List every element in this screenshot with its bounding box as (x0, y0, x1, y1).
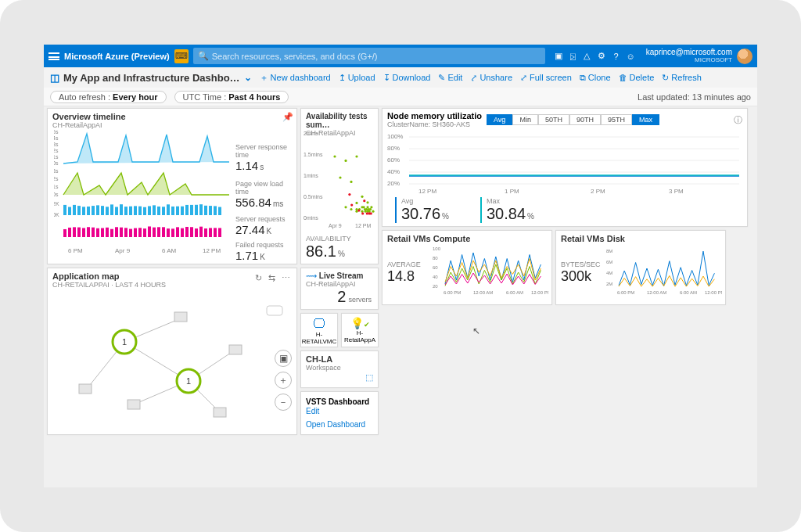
svg-text:100: 100 (433, 246, 441, 251)
delete-button[interactable]: 🗑Delete (619, 73, 655, 82)
chevron-down-icon[interactable]: ⌄ (244, 72, 252, 83)
refresh-icon[interactable]: ↻ (255, 273, 262, 283)
svg-point-116 (350, 204, 353, 207)
svg-text:1s: 1s (54, 184, 59, 189)
new-dashboard-button[interactable]: ＋New dashboard (260, 72, 331, 84)
tile-overview-timeline[interactable]: Overview timeline CH-RetailAppAI 📌 5s4s3… (47, 108, 297, 264)
svg-rect-54 (101, 228, 104, 237)
filter-bar: Auto refresh : Every hour UTC Time : Pas… (44, 88, 757, 106)
svg-text:0s: 0s (54, 192, 59, 197)
account-block[interactable]: kaprince@microsoft.com MICROSOFT (646, 49, 732, 63)
svg-text:Apr 9: Apr 9 (115, 247, 131, 254)
svg-rect-44 (214, 206, 217, 215)
live-stream-icon: ⟿ Live Stream (306, 271, 373, 280)
layout-icon[interactable]: ⇆ (268, 273, 275, 283)
tile-vsts[interactable]: VSTS Dashboard Edit Open Dashboard (300, 391, 379, 435)
svg-rect-40 (195, 205, 198, 215)
toggle-50th[interactable]: 50TH (538, 114, 569, 125)
settings-icon[interactable]: ⚙ (598, 51, 605, 61)
svg-text:80%: 80% (387, 145, 400, 152)
svg-rect-23 (115, 207, 118, 215)
tile-retail-appai[interactable]: 💡✔ H-RetailAppA (341, 313, 379, 347)
svg-text:6M: 6M (606, 260, 612, 264)
svg-point-107 (366, 201, 368, 203)
vsts-edit-link[interactable]: Edit (306, 407, 319, 415)
notifications-icon[interactable]: △ (584, 51, 590, 61)
menu-icon[interactable] (48, 52, 59, 60)
directory-icon[interactable]: ▣ (555, 51, 562, 61)
svg-rect-34 (167, 204, 170, 215)
svg-text:2mins: 2mins (304, 131, 318, 136)
fit-icon[interactable]: ▣ (275, 350, 292, 367)
clone-icon: ⧉ (580, 73, 586, 83)
filter-icon[interactable]: ⍄ (570, 52, 576, 61)
tile-ch-la[interactable]: CH-LA Workspace ⬚ (300, 350, 379, 388)
header-icons: ▣ ⍄ △ ⚙ ? ☺ (555, 51, 634, 61)
toggle-95th[interactable]: 95TH (601, 114, 632, 125)
svg-text:40: 40 (433, 275, 438, 279)
cloud-shell-icon[interactable]: ⌨ (174, 49, 189, 63)
upload-button[interactable]: ↥Upload (339, 73, 375, 83)
refresh-button[interactable]: ↻Refresh (662, 73, 702, 83)
svg-rect-16 (82, 207, 85, 215)
more-icon[interactable]: ⋯ (282, 273, 290, 283)
toggle-max[interactable]: Max (632, 114, 659, 125)
avatar[interactable] (737, 49, 753, 64)
overview-stats: Server response time 1.14s Page view loa… (235, 143, 292, 262)
svg-text:12:00 AM: 12:00 AM (473, 290, 493, 295)
tile-node-memory[interactable]: Node memory utilizatio ClusterName: SH36… (382, 108, 748, 227)
tile-title: Retail VMs Disk (556, 231, 725, 243)
edit-button[interactable]: ✎Edit (438, 73, 462, 83)
download-button[interactable]: ↧Download (383, 73, 431, 83)
fullscreen-button[interactable]: ⤢Full screen (520, 73, 572, 83)
toggle-min[interactable]: Min (512, 114, 538, 125)
unshare-button[interactable]: ⤤Unshare (470, 73, 512, 83)
help-icon[interactable]: ? (613, 52, 618, 61)
feedback-icon[interactable]: ☺ (627, 52, 635, 61)
auto-refresh-pill[interactable]: Auto refresh : Every hour (50, 91, 167, 103)
tile-title: Availability tests sum… (301, 109, 378, 129)
svg-point-115 (348, 193, 350, 196)
tile-retail-disk[interactable]: Retail VMs Disk BYTES/SEC 300k 8M6M4M2M … (555, 230, 726, 305)
svg-text:6 PM: 6 PM (68, 247, 83, 254)
svg-rect-62 (138, 228, 142, 237)
svg-rect-32 (157, 207, 160, 215)
svg-point-112 (369, 208, 372, 210)
svg-rect-75 (199, 227, 203, 237)
tile-live-stream[interactable]: ⟿ Live Stream CH-RetailAppAI 2 servers (300, 268, 379, 310)
pin-icon[interactable]: 📌 (282, 112, 293, 122)
svg-rect-19 (96, 205, 99, 215)
svg-text:2K: 2K (54, 201, 59, 207)
svg-rect-171 (229, 345, 242, 354)
svg-rect-18 (92, 206, 95, 215)
search-icon: 🔍 (198, 51, 209, 61)
zoom-out-icon[interactable]: － (275, 394, 292, 411)
svg-rect-20 (101, 206, 104, 215)
svg-text:12:00 AM: 12:00 AM (647, 290, 666, 295)
toggle-avg[interactable]: Avg (487, 114, 512, 125)
tile-retail-compute[interactable]: Retail VMs Compute AVERAGE 14.8 10080604… (382, 230, 552, 305)
svg-rect-46 (63, 229, 66, 237)
node-memory-toggle[interactable]: AvgMin50TH90TH95THMax (487, 114, 659, 125)
info-icon[interactable]: ⓘ (734, 114, 742, 126)
tile-availability[interactable]: Availability tests sum… CH-RetailAppAI 2… (300, 108, 379, 264)
clone-button[interactable]: ⧉Clone (580, 73, 611, 83)
svg-point-95 (355, 155, 357, 157)
utc-time-pill[interactable]: UTC Time : Past 4 hours (174, 91, 289, 103)
toggle-90th[interactable]: 90TH (569, 114, 601, 125)
svg-text:40%: 40% (387, 168, 400, 175)
svg-rect-172 (214, 408, 226, 417)
zoom-in-icon[interactable]: ＋ (275, 372, 292, 389)
tile-retail-vmc[interactable]: 🖵 H-RETAILVMC (300, 313, 338, 347)
tile-application-map[interactable]: Application map CH-RETAILAPPAI · LAST 4 … (47, 268, 297, 435)
svg-rect-68 (167, 228, 170, 237)
svg-rect-72 (185, 227, 189, 237)
svg-point-122 (370, 212, 372, 214)
svg-rect-52 (92, 228, 95, 237)
search-input[interactable]: 🔍 Search resources, services, and docs (… (193, 48, 546, 64)
svg-rect-38 (185, 205, 189, 215)
svg-rect-22 (110, 204, 113, 215)
vsts-open-link[interactable]: Open Dashboard (306, 420, 373, 429)
node-memory-stats: Avg 30.76% Max 30.84% (395, 197, 534, 223)
svg-rect-50 (82, 228, 85, 237)
